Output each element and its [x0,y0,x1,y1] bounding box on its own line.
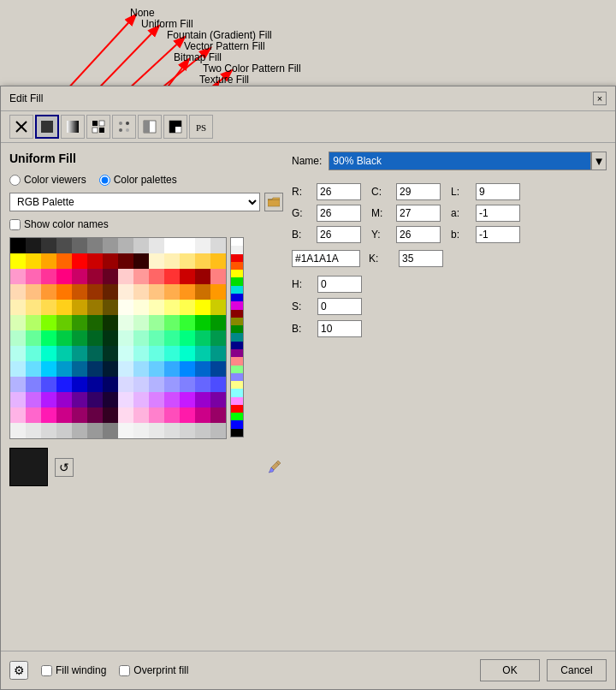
fill-gradient-button[interactable] [61,115,85,139]
color-cell[interactable] [210,330,226,346]
settings-button[interactable]: ⚙ [9,661,28,680]
color-cell[interactable] [210,346,226,361]
color-cell[interactable] [180,361,195,377]
color-cell[interactable] [118,269,133,284]
color-cell[interactable] [210,377,226,392]
color-cell[interactable] [210,300,226,315]
color-cell[interactable] [149,284,164,300]
folder-button[interactable] [264,193,283,211]
color-cell[interactable] [87,315,103,330]
fill-none-button[interactable] [9,115,33,139]
color-cell[interactable] [195,392,210,407]
color-cell[interactable] [180,253,195,269]
color-cell[interactable] [72,253,87,269]
color-cell[interactable] [10,392,26,407]
strip-cell[interactable] [231,262,243,270]
strip-cell[interactable] [231,405,243,413]
strip-cell[interactable] [231,429,243,437]
color-cell[interactable] [26,238,41,253]
l-input[interactable] [476,183,520,200]
fill-postscript-button[interactable]: PS [189,115,213,139]
color-cell[interactable] [118,238,133,253]
strip-cell[interactable] [231,420,243,428]
overprint-checkbox[interactable] [119,665,130,676]
color-cell[interactable] [41,361,56,377]
color-cell[interactable] [26,284,41,300]
color-cell[interactable] [26,407,41,423]
s-input[interactable] [317,298,362,315]
color-cell[interactable] [118,361,133,377]
strip-cell[interactable] [231,254,243,262]
color-cell[interactable] [10,423,26,438]
color-cell[interactable] [56,284,72,300]
color-cell[interactable] [103,269,118,284]
cancel-button[interactable]: Cancel [547,659,607,681]
color-cell[interactable] [87,407,103,423]
color-cell[interactable] [87,377,103,392]
color-cell[interactable] [164,423,180,438]
color-cell[interactable] [133,238,149,253]
color-cell[interactable] [72,346,87,361]
color-cell[interactable] [210,284,226,300]
color-cell[interactable] [72,392,87,407]
b2-input[interactable] [476,226,520,243]
color-cell[interactable] [164,377,180,392]
color-cell[interactable] [164,407,180,423]
color-cell[interactable] [180,300,195,315]
strip-cell[interactable] [231,413,243,420]
color-cell[interactable] [210,238,226,253]
color-cell[interactable] [87,284,103,300]
color-cell[interactable] [164,392,180,407]
strip-cell[interactable] [231,333,243,341]
swap-colors-button[interactable]: ↺ [55,458,74,477]
color-cell[interactable] [103,377,118,392]
color-cell[interactable] [10,284,26,300]
fill-uniform-button[interactable] [35,115,59,139]
color-cell[interactable] [72,377,87,392]
h-input[interactable] [317,276,362,293]
color-cell[interactable] [149,253,164,269]
color-cell[interactable] [118,315,133,330]
color-cell[interactable] [149,377,164,392]
color-cell[interactable] [72,361,87,377]
color-cell[interactable] [87,330,103,346]
color-cell[interactable] [133,284,149,300]
overprint-label[interactable]: Overprint fill [119,664,188,676]
color-cell[interactable] [133,269,149,284]
color-cell[interactable] [103,423,118,438]
strip-cell[interactable] [231,294,243,301]
color-cell[interactable] [103,346,118,361]
color-cell[interactable] [56,377,72,392]
k-input[interactable] [399,250,443,267]
color-cell[interactable] [133,330,149,346]
color-cell[interactable] [195,377,210,392]
fill-winding-label[interactable]: Fill winding [41,664,106,676]
hex-input[interactable] [292,250,360,267]
color-cell[interactable] [10,361,26,377]
y-input[interactable] [396,226,441,243]
color-cell[interactable] [149,269,164,284]
color-cell[interactable] [118,377,133,392]
color-cell[interactable] [210,315,226,330]
color-cell[interactable] [10,253,26,269]
color-cell[interactable] [56,253,72,269]
radio-palettes-input[interactable] [99,175,110,186]
strip-cell[interactable] [231,318,243,325]
color-cell[interactable] [56,300,72,315]
color-cell[interactable] [26,423,41,438]
color-cell[interactable] [149,423,164,438]
fill-two-color-button[interactable] [163,115,187,139]
color-cell[interactable] [103,284,118,300]
color-cell[interactable] [180,392,195,407]
color-cell[interactable] [210,392,226,407]
r-input[interactable] [317,183,361,200]
b-input[interactable] [317,226,361,243]
color-cell[interactable] [180,284,195,300]
color-cell[interactable] [87,253,103,269]
color-cell[interactable] [195,300,210,315]
color-cell[interactable] [195,238,210,253]
color-cell[interactable] [118,300,133,315]
color-cell[interactable] [56,407,72,423]
color-cell[interactable] [72,423,87,438]
fill-texture-button[interactable] [112,115,136,139]
